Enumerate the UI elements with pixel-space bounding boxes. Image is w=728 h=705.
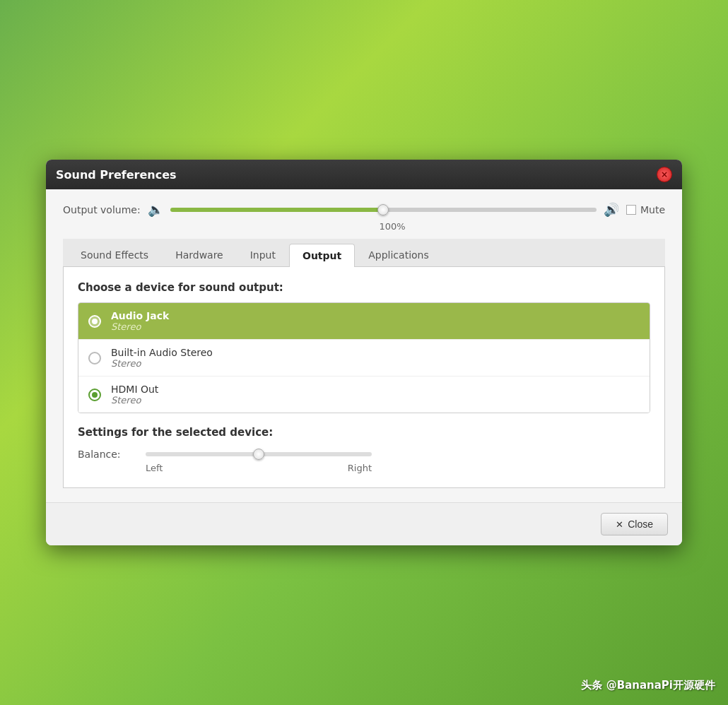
settings-section: Settings for the selected device: Balanc… (78, 426, 650, 473)
device-name-hdmi: HDMI Out (111, 384, 158, 395)
balance-label: Balance: (78, 449, 134, 460)
settings-title: Settings for the selected device: (78, 426, 650, 439)
tab-input[interactable]: Input (237, 243, 289, 266)
device-name-builtin: Built-in Audio Stereo (111, 347, 213, 358)
dialog-body: Output volume: 🔈 🔊 Mute 100% Sound Effec… (46, 189, 682, 502)
close-x-icon: ✕ (616, 519, 623, 530)
tab-applications[interactable]: Applications (355, 243, 442, 266)
device-info-hdmi: HDMI Out Stereo (111, 384, 158, 405)
volume-track[interactable] (170, 208, 597, 212)
mute-label: Mute (640, 204, 665, 215)
titlebar: Sound Preferences × (46, 160, 682, 189)
watermark: 头条 @BananaPi开源硬件 (581, 679, 715, 692)
device-item-hdmi[interactable]: HDMI Out Stereo (78, 377, 650, 413)
balance-row: Balance: (78, 449, 650, 460)
tab-hardware[interactable]: Hardware (162, 243, 237, 266)
radio-builtin[interactable] (88, 352, 101, 365)
tab-sound-effects[interactable]: Sound Effects (67, 243, 162, 266)
volume-high-icon: 🔊 (604, 202, 619, 217)
close-button-label: Close (628, 519, 653, 530)
device-item-builtin[interactable]: Built-in Audio Stereo Stereo (78, 340, 650, 377)
device-type-hdmi: Stereo (111, 395, 158, 405)
volume-row: Output volume: 🔈 🔊 Mute (63, 202, 665, 217)
balance-right-label: Right (348, 463, 372, 473)
balance-track[interactable] (146, 452, 372, 456)
device-list: Audio Jack Stereo Built-in Audio Stereo … (78, 302, 650, 413)
tabs-bar: Sound Effects Hardware Input Output Appl… (63, 239, 665, 267)
volume-percent: 100% (119, 221, 665, 232)
titlebar-close-button[interactable]: × (657, 167, 672, 182)
radio-inner-builtin (92, 355, 98, 361)
output-section-title: Choose a device for sound output: (78, 281, 650, 294)
balance-slider-wrap[interactable] (146, 452, 372, 456)
volume-thumb[interactable] (377, 204, 389, 215)
mute-area: Mute (626, 204, 665, 215)
balance-left-label: Left (146, 463, 163, 473)
device-type-audio-jack: Stereo (111, 321, 169, 332)
tab-output[interactable]: Output (289, 244, 355, 267)
device-type-builtin: Stereo (111, 358, 213, 369)
sound-preferences-dialog: Sound Preferences × Output volume: 🔈 🔊 M… (46, 160, 682, 545)
tab-content-output: Choose a device for sound output: Audio … (63, 267, 665, 488)
volume-label: Output volume: (63, 204, 141, 215)
volume-slider-container[interactable] (170, 208, 597, 212)
radio-inner-audio-jack (92, 319, 98, 324)
dialog-footer: ✕ Close (46, 502, 682, 545)
dialog-title: Sound Preferences (56, 168, 177, 182)
radio-inner-hdmi (92, 392, 98, 398)
device-info-builtin: Built-in Audio Stereo Stereo (111, 347, 213, 369)
mute-checkbox[interactable] (626, 205, 636, 215)
balance-labels: Left Right (146, 463, 372, 473)
device-info-audio-jack: Audio Jack Stereo (111, 310, 169, 332)
close-button[interactable]: ✕ Close (601, 513, 668, 535)
device-name-audio-jack: Audio Jack (111, 310, 169, 321)
radio-audio-jack[interactable] (88, 315, 101, 328)
balance-thumb[interactable] (253, 449, 264, 460)
volume-low-icon: 🔈 (148, 202, 163, 217)
radio-hdmi[interactable] (88, 389, 101, 401)
device-item-audio-jack[interactable]: Audio Jack Stereo (78, 303, 650, 340)
